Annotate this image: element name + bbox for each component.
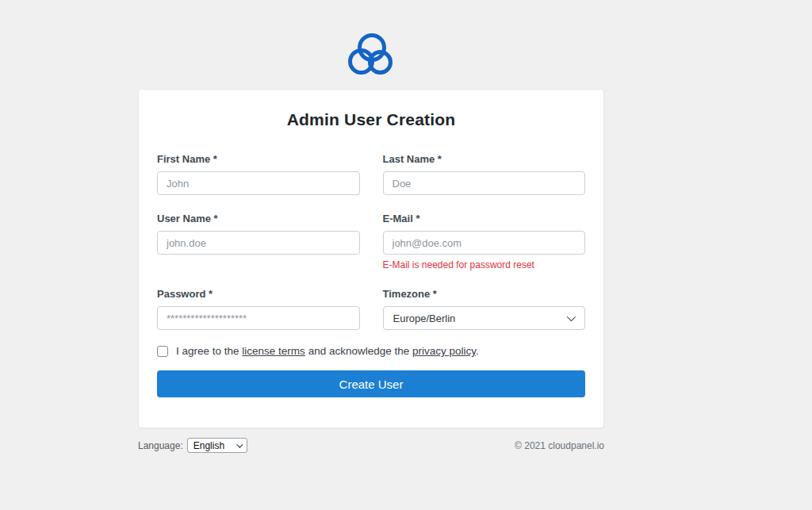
- cloudpanel-logo: [346, 32, 396, 78]
- user-name-label: User Name *: [157, 213, 360, 224]
- content-column: Admin User Creation First Name * Last Na…: [138, 0, 604, 453]
- field-email: E-Mail * E-Mail is needed for password r…: [383, 213, 586, 270]
- field-first-name: First Name *: [157, 153, 360, 195]
- user-name-input[interactable]: [157, 231, 360, 255]
- field-timezone: Timezone * Europe/Berlin: [383, 288, 586, 330]
- page-title: Admin User Creation: [157, 110, 585, 129]
- user-form: First Name * Last Name * User Name * E-M…: [157, 153, 585, 330]
- field-user-name: User Name *: [157, 213, 360, 270]
- language-group: Language: English: [138, 438, 247, 453]
- license-terms-link[interactable]: license terms: [242, 345, 305, 357]
- agreement-prefix: I agree to the: [176, 345, 239, 357]
- agreement-row: I agree to the license terms and acknowl…: [157, 345, 585, 357]
- cloud-logo-icon: [346, 32, 396, 78]
- admin-user-creation-card: Admin User Creation First Name * Last Na…: [138, 89, 604, 428]
- create-user-button[interactable]: Create User: [157, 370, 585, 397]
- timezone-label: Timezone *: [383, 288, 586, 300]
- agreement-suffix: .: [476, 345, 479, 357]
- language-select[interactable]: English: [187, 438, 247, 453]
- field-password: Password *: [157, 288, 360, 330]
- first-name-label: First Name *: [157, 153, 360, 165]
- last-name-label: Last Name *: [383, 153, 586, 165]
- last-name-input[interactable]: [383, 171, 586, 195]
- timezone-select[interactable]: Europe/Berlin: [383, 306, 586, 330]
- agreement-text: I agree to the license terms and acknowl…: [176, 345, 479, 357]
- timezone-selected-value: Europe/Berlin: [393, 313, 456, 324]
- email-label: E-Mail *: [383, 213, 586, 224]
- language-label: Language:: [138, 440, 183, 451]
- agree-checkbox[interactable]: [157, 346, 168, 357]
- email-input[interactable]: [383, 231, 586, 255]
- language-selected-value: English: [193, 440, 224, 451]
- email-help-text: E-Mail is needed for password reset: [383, 259, 586, 270]
- chevron-down-icon: [236, 441, 243, 447]
- password-input[interactable]: [157, 306, 360, 330]
- footer: Language: English © 2021 cloudpanel.io: [138, 438, 604, 453]
- agreement-middle: and acknowledge the: [308, 345, 410, 357]
- copyright-text: © 2021 cloudpanel.io: [515, 440, 604, 451]
- password-label: Password *: [157, 288, 360, 300]
- privacy-policy-link[interactable]: privacy policy: [412, 345, 476, 357]
- field-last-name: Last Name *: [383, 153, 586, 195]
- chevron-down-icon: [567, 313, 576, 321]
- first-name-input[interactable]: [157, 171, 360, 195]
